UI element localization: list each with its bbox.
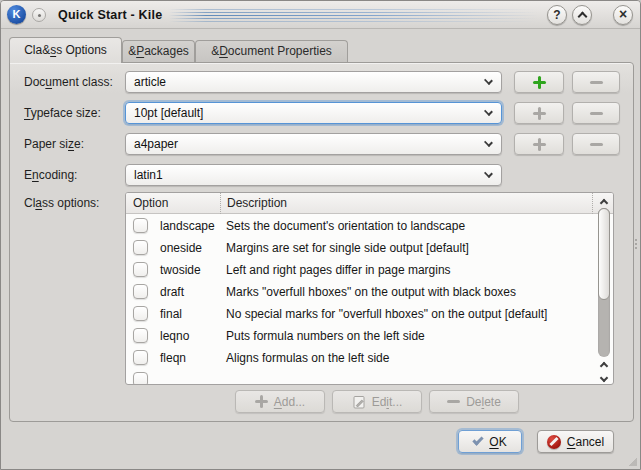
scrollbar-thumb[interactable] bbox=[598, 208, 610, 300]
pencil-edit-icon bbox=[352, 395, 366, 409]
table-row[interactable]: oneside Margins are set for single side … bbox=[126, 237, 596, 259]
chevron-down-icon bbox=[600, 374, 608, 382]
chevron-up-icon bbox=[577, 12, 587, 22]
resize-grip[interactable] bbox=[629, 458, 637, 466]
kile-app-icon: K bbox=[7, 5, 26, 24]
class-options-table: Option Description landscape Sets the do… bbox=[125, 192, 614, 385]
combobox-value: 10pt [default] bbox=[134, 103, 203, 123]
table-row[interactable]: final No special marks for "overfull hbo… bbox=[126, 303, 596, 325]
option-description: Margins are set for single side output [… bbox=[226, 237, 469, 259]
option-name: final bbox=[160, 303, 182, 325]
chevron-down-icon bbox=[484, 107, 493, 116]
tab-label-post: ocument Properties bbox=[228, 44, 332, 58]
tab-label-pre: & bbox=[128, 44, 136, 58]
tab-label-post: ackages bbox=[144, 44, 189, 58]
plus-icon bbox=[533, 138, 546, 151]
checkbox-leqno[interactable] bbox=[133, 328, 148, 343]
paper-size-remove-button[interactable] bbox=[572, 133, 620, 155]
option-description: Sets the document's orientation to lands… bbox=[226, 215, 465, 237]
typeface-size-label: Typeface size: bbox=[24, 102, 101, 124]
typeface-size-combobox[interactable]: 10pt [default] bbox=[125, 102, 502, 124]
window-title: Quick Start - Kile bbox=[58, 8, 162, 22]
scroll-down-button[interactable] bbox=[597, 370, 611, 382]
checkbox-landscape[interactable] bbox=[133, 218, 148, 233]
table-row[interactable]: landscape Sets the document's orientatio… bbox=[126, 215, 596, 237]
table-header[interactable]: Option Description bbox=[126, 193, 613, 214]
tab-class-options[interactable]: Cla&ss Options bbox=[9, 37, 122, 63]
option-name: landscape bbox=[160, 215, 215, 237]
right-edge-grip[interactable] bbox=[635, 237, 638, 251]
checkbox-fleqn[interactable] bbox=[133, 350, 148, 365]
chevron-up-icon bbox=[600, 362, 608, 370]
add-button-label: Add... bbox=[274, 395, 305, 409]
document-class-combobox[interactable]: article bbox=[125, 71, 502, 93]
check-icon bbox=[473, 434, 484, 445]
table-scrollbar[interactable] bbox=[597, 195, 611, 382]
option-name: draft bbox=[160, 281, 184, 303]
help-button[interactable]: ? bbox=[547, 5, 567, 25]
typeface-size-remove-button[interactable] bbox=[572, 102, 620, 124]
close-button[interactable]: × bbox=[613, 5, 633, 25]
column-header-description[interactable]: Description bbox=[220, 193, 593, 214]
plus-icon bbox=[255, 395, 268, 408]
chevron-down-icon bbox=[484, 169, 493, 178]
table-row[interactable]: leqno Puts formula numbers on the left s… bbox=[126, 325, 596, 347]
tab-document-properties[interactable]: &Document Properties bbox=[195, 40, 348, 62]
document-class-label: Document class: bbox=[24, 71, 113, 93]
option-description: Puts formula numbers on the left side bbox=[226, 325, 425, 347]
edit-option-button[interactable]: Edit... bbox=[332, 390, 422, 413]
checkbox-partial[interactable] bbox=[133, 372, 148, 385]
edit-button-label: Edit... bbox=[372, 395, 403, 409]
titlebar[interactable]: K Quick Start - Kile ? × bbox=[1, 1, 640, 29]
checkbox-oneside[interactable] bbox=[133, 240, 148, 255]
checkbox-draft[interactable] bbox=[133, 284, 148, 299]
titlebar-menu-button[interactable] bbox=[32, 8, 46, 22]
scroll-up-button-bottom[interactable] bbox=[597, 358, 611, 370]
paper-size-label: Paper size: bbox=[24, 133, 84, 155]
ok-button-label: OK bbox=[489, 435, 506, 449]
table-row[interactable]: draft Marks "overfull hboxes" on the out… bbox=[126, 281, 596, 303]
option-description: Marks "overfull hboxes" on the output wi… bbox=[226, 281, 516, 303]
tab-label-post: s Options bbox=[56, 43, 107, 57]
plus-icon bbox=[533, 76, 546, 89]
scroll-up-button[interactable] bbox=[597, 195, 611, 207]
option-description: Left and right pages differ in page marg… bbox=[226, 259, 451, 281]
typeface-size-add-button[interactable] bbox=[514, 102, 564, 124]
table-row[interactable]: fleqn Aligns formulas on the left side bbox=[126, 347, 596, 369]
class-options-panel: Document class: article Typeface size: 1… bbox=[9, 62, 634, 422]
minus-icon bbox=[447, 400, 460, 403]
paper-size-add-button[interactable] bbox=[514, 133, 564, 155]
combobox-value: a4paper bbox=[134, 134, 178, 154]
add-option-button[interactable]: Add... bbox=[235, 390, 325, 413]
tab-packages[interactable]: &Packages bbox=[122, 40, 195, 62]
minus-icon bbox=[590, 81, 603, 84]
option-name: leqno bbox=[160, 325, 189, 347]
document-class-add-button[interactable] bbox=[514, 71, 564, 93]
paper-size-combobox[interactable]: a4paper bbox=[125, 133, 502, 155]
cancel-button-label: Cancel bbox=[567, 435, 604, 449]
shade-button[interactable] bbox=[572, 5, 592, 25]
combobox-value: latin1 bbox=[134, 165, 163, 185]
checkbox-twoside[interactable] bbox=[133, 262, 148, 277]
titlebar-decoration-lines bbox=[169, 9, 538, 22]
quick-start-dialog: K Quick Start - Kile ? × Cla&ss Options … bbox=[0, 0, 641, 470]
delete-button-label: Delete bbox=[466, 395, 501, 409]
cancel-button[interactable]: Cancel bbox=[537, 430, 614, 453]
option-description: Aligns formulas on the left side bbox=[226, 347, 389, 369]
option-name: fleqn bbox=[160, 347, 186, 369]
table-row[interactable]: twoside Left and right pages differ in p… bbox=[126, 259, 596, 281]
delete-option-button[interactable]: Delete bbox=[429, 390, 519, 413]
table-row-partial[interactable] bbox=[126, 369, 596, 385]
ok-button[interactable]: OK bbox=[458, 430, 522, 453]
tab-label-pre: Cla& bbox=[24, 43, 50, 57]
minus-icon bbox=[590, 112, 603, 115]
document-class-remove-button[interactable] bbox=[572, 71, 620, 93]
encoding-combobox[interactable]: latin1 bbox=[125, 164, 502, 186]
minus-icon bbox=[590, 143, 603, 146]
option-name: oneside bbox=[160, 237, 202, 259]
combobox-value: article bbox=[134, 72, 166, 92]
tab-label-accel: D bbox=[219, 44, 228, 58]
column-header-option[interactable]: Option bbox=[133, 193, 168, 214]
cancel-icon bbox=[547, 435, 561, 449]
checkbox-final[interactable] bbox=[133, 306, 148, 321]
